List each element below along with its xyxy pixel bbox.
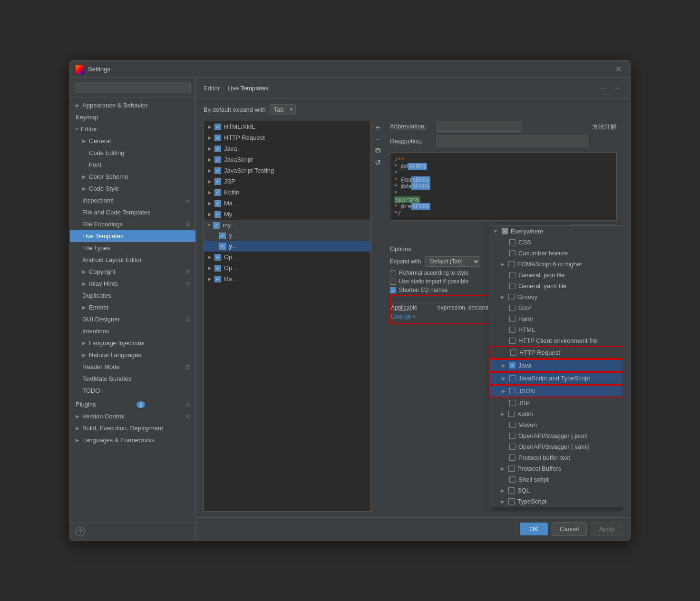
sidebar-item-inspections[interactable]: Inspections ⊡ [70, 194, 195, 206]
dd-checkbox-ecmascript[interactable] [508, 261, 515, 267]
checkbox-react[interactable]: ✓ [214, 276, 221, 282]
checkbox-mycustom[interactable]: ✓ [213, 222, 220, 229]
copy-template-button[interactable]: ⧉ [373, 145, 383, 156]
dd-checkbox-java[interactable]: ✓ [509, 362, 515, 368]
dd-checkbox-haml[interactable] [509, 316, 515, 322]
dd-checkbox-cucumber[interactable] [509, 250, 515, 256]
template-group-jsp[interactable]: ▶ ✓ JSP [204, 176, 370, 187]
dd-item-everywhere[interactable]: ▼ − Everywhere [489, 226, 622, 237]
checkbox-item1[interactable]: ✓ [219, 233, 226, 239]
add-template-button[interactable]: + [373, 123, 383, 133]
dd-checkbox-maven[interactable] [509, 422, 515, 428]
dd-checkbox-http-client-env[interactable] [509, 338, 515, 344]
template-group-mycustom[interactable]: ▾ ✓ my… [204, 220, 370, 231]
help-button[interactable]: ? [76, 527, 85, 536]
checkbox-java[interactable]: ✓ [214, 145, 221, 152]
dd-checkbox-yaml-file[interactable] [509, 283, 515, 289]
sidebar-item-font[interactable]: Font [70, 159, 195, 171]
sidebar-item-appearance[interactable]: ▶ Appearance & Behavior [70, 99, 195, 111]
dd-checkbox-proto-text[interactable] [509, 455, 515, 461]
sidebar-item-editor[interactable]: ▾ Editor [70, 123, 195, 135]
sidebar-item-general[interactable]: ▶ General [70, 135, 195, 147]
template-item-2[interactable]: ✓ y… [204, 241, 370, 252]
checkbox-html[interactable]: ✓ [214, 124, 221, 130]
template-group-javascript[interactable]: ▶ ✓ JavaScript [204, 154, 370, 165]
dd-item-yaml-file[interactable]: General .yaml file [489, 281, 622, 291]
dd-checkbox-html[interactable] [509, 327, 515, 333]
sidebar-item-android-layout-editor[interactable]: Android Layout Editor [70, 254, 195, 266]
sidebar-item-version-control[interactable]: ▶ Version Control ⊡ [70, 410, 195, 422]
sidebar-item-intentions[interactable]: Intentions [70, 325, 195, 337]
cancel-button[interactable]: Cancel [552, 522, 587, 536]
dd-checkbox-js-ts[interactable] [509, 375, 515, 381]
ok-button[interactable]: OK [520, 523, 548, 535]
dd-item-groovy[interactable]: ▶ Groovy [489, 291, 622, 302]
abbreviation-input[interactable] [437, 121, 522, 132]
dd-item-jsp[interactable]: JSP [489, 397, 622, 408]
dd-item-js-ts[interactable]: ▶ JavaScript and TypeScript [489, 372, 622, 385]
search-input[interactable] [75, 82, 191, 93]
forward-button[interactable]: → [611, 83, 622, 93]
sidebar-item-textmate-bundles[interactable]: TextMate Bundles [70, 373, 195, 385]
dd-item-json-file[interactable]: General .json file [489, 270, 622, 281]
dd-item-proto-text[interactable]: Protocol buffer text [489, 452, 622, 463]
dd-checkbox-jsp[interactable] [509, 400, 515, 406]
dd-checkbox-http-request[interactable] [510, 349, 516, 356]
dd-item-http-request[interactable]: HTTP Request [489, 346, 622, 359]
dd-checkbox-sql[interactable] [508, 487, 515, 494]
expand-with-dropdown[interactable]: Default (Tab) [425, 256, 480, 267]
dd-checkbox-kotlin[interactable] [508, 411, 515, 417]
sidebar-item-file-types[interactable]: File Types [70, 242, 195, 254]
apply-button[interactable]: Apply [591, 522, 622, 536]
dd-item-ecmascript[interactable]: ▶ ECMAScript 6 or higher [489, 259, 622, 270]
template-group-js-testing[interactable]: ▶ ✓ JavaScript Testing [204, 165, 370, 176]
dd-item-shell[interactable]: Shell script [489, 474, 622, 485]
sidebar-item-reader-mode[interactable]: Reader Mode ⊡ [70, 361, 195, 373]
sidebar-item-language-injections[interactable]: ▶ Language Injections [70, 337, 195, 349]
dd-item-haml[interactable]: Haml [489, 313, 622, 324]
sidebar-item-copyright[interactable]: ▶ Copyright ⊡ [70, 266, 195, 278]
dd-checkbox-proto-buffers[interactable] [508, 465, 515, 472]
template-group-html[interactable]: ▶ ✓ HTML/XML [204, 121, 370, 132]
checkbox-javascript[interactable]: ✓ [214, 156, 221, 163]
dd-item-gsp[interactable]: GSP [489, 302, 622, 313]
dd-checkbox-openapi-json[interactable] [509, 433, 515, 439]
dd-item-css[interactable]: CSS [489, 237, 622, 248]
undo-template-button[interactable]: ↺ [373, 157, 383, 167]
template-group-other[interactable]: ▶ ✓ Op… [204, 262, 370, 273]
dd-item-json[interactable]: ▶ JSON [489, 385, 622, 397]
dd-item-html[interactable]: HTML [489, 324, 622, 335]
sidebar-item-build-execution[interactable]: ▶ Build, Execution, Deployment [70, 422, 195, 434]
checkbox-http[interactable]: ✓ [214, 135, 221, 141]
template-group-http[interactable]: ▶ ✓ HTTP Request [204, 132, 370, 143]
template-group-kotlin[interactable]: ▶ ✓ Kotlin [204, 187, 370, 198]
sidebar-item-emmet[interactable]: ▶ Emmet [70, 301, 195, 313]
checkbox-other[interactable]: ✓ [214, 265, 221, 271]
dd-item-http-client-env[interactable]: HTTP Client environment file [489, 335, 622, 346]
sidebar-item-gui-designer[interactable]: GUI Designer ⊡ [70, 313, 195, 325]
checkbox-markdown[interactable]: ✓ [214, 200, 221, 207]
dd-item-cucumber[interactable]: Cucumber feature [489, 248, 622, 259]
sidebar-item-code-style[interactable]: ▶ Code Style [70, 183, 195, 194]
dd-checkbox-typescript[interactable] [508, 498, 515, 504]
dd-checkbox-groovy[interactable] [508, 294, 515, 300]
template-group-java[interactable]: ▶ ✓ Java [204, 143, 370, 154]
checkbox-jsp[interactable]: ✓ [214, 178, 221, 185]
sidebar-item-plugins[interactable]: Plugins 2 ⊡ [70, 398, 195, 410]
sidebar-item-file-encodings[interactable]: File Encodings ⊡ [70, 218, 195, 230]
dd-checkbox-gsp[interactable] [509, 305, 515, 311]
dd-item-openapi-yaml[interactable]: OpenAPI/Swagger [.yaml] [489, 441, 622, 452]
close-button[interactable]: ✕ [612, 64, 624, 75]
template-group-markdown[interactable]: ▶ ✓ Ma… [204, 198, 370, 209]
sidebar-item-keymap[interactable]: Keymap [70, 111, 195, 123]
template-group-mysql[interactable]: ▶ ✓ My… [204, 209, 370, 220]
sidebar-item-live-templates[interactable]: Live Templates [70, 230, 195, 242]
remove-template-button[interactable]: − [373, 134, 383, 145]
checkbox-mysql[interactable]: ✓ [214, 211, 221, 218]
description-input[interactable] [437, 136, 588, 146]
template-code-editor[interactable]: /** * @d$END$ * * @au$END$ * @da$END$ * … [390, 152, 617, 221]
dd-checkbox-css[interactable] [509, 239, 515, 245]
checkbox-openapi[interactable]: ✓ [214, 254, 221, 261]
sidebar-item-inlay-hints[interactable]: ▶ Inlay Hints ⊡ [70, 278, 195, 290]
dd-checkbox-json[interactable] [509, 388, 515, 394]
